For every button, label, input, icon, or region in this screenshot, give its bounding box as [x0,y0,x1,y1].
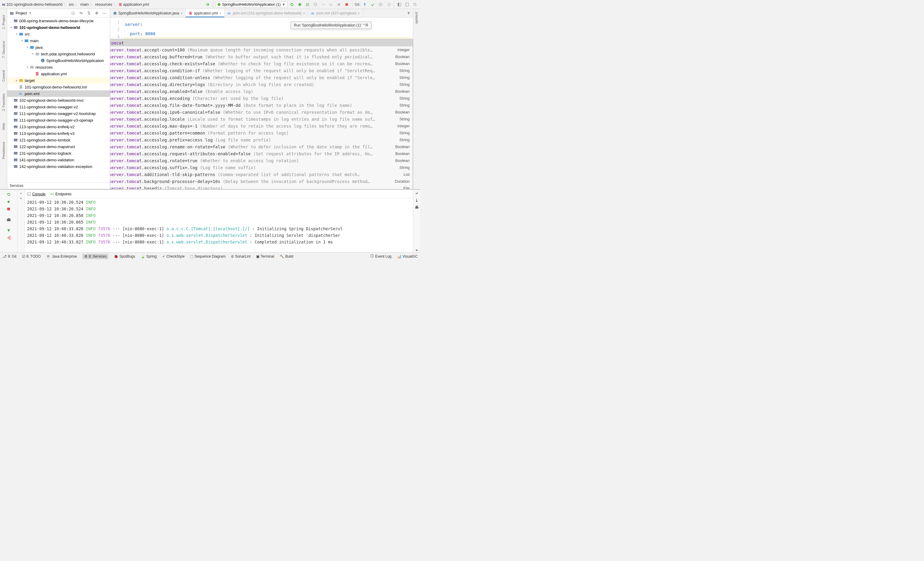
tree-row[interactable]: CSpringBootHelloWorldApplication [7,57,110,64]
completion-item[interactable]: pserver.tomcat.accesslog.condition-unles… [110,74,412,81]
expand-icon[interactable]: ⇆ [78,10,84,16]
status-item[interactable]: ✓CheckStyle [162,254,185,258]
completion-item[interactable]: pserver.tomcat.accesslog.pattern=common … [110,129,412,136]
tree-row[interactable]: 111-springboot-demo-swagger-v3-openapi [7,117,110,123]
completion-item[interactable]: pserver.tomcat.accesslog.max-days=-1 (Nu… [110,123,412,129]
completion-item[interactable]: pserver.tomcat.accesslog.buffered=true (… [110,53,412,60]
settings-icon[interactable]: ✻ [94,10,100,16]
scroll-end-icon[interactable]: ⤓ [415,198,418,202]
tree-row[interactable]: ▾tech.pdai.springboot.helloworld [7,51,110,57]
attach-icon[interactable] [328,1,334,8]
completion-item[interactable]: pserver.tomcat.accesslog.ipv6-canonical=… [110,109,412,116]
completion-item[interactable]: pserver.tomcat.additional-tld-skip-patte… [110,171,412,178]
rollback-icon[interactable] [385,1,392,8]
project-tree[interactable]: 008-spring-framework-demo-bean-lifecycle… [7,18,110,182]
tree-row[interactable]: 121-springboot-demo-lombok [7,136,110,143]
completion-item[interactable]: pserver.tomcat.accesslog.encoding (Chara… [110,95,412,102]
history-icon[interactable] [377,1,384,8]
print-icon[interactable]: 🖶 [415,205,418,210]
more-icon[interactable]: » [416,248,418,252]
collapse-icon[interactable]: ⇅ [86,10,92,16]
breadcrumb-item[interactable]: src [69,2,74,7]
completion-item[interactable]: pserver.tomcat.accesslog.check-exists=fa… [110,60,412,67]
tabs-more[interactable]: ▼ [404,11,413,15]
soft-wrap-icon[interactable]: ⤶ [415,191,418,196]
completion-item[interactable]: pserver.tomcat.accesslog.condition-if (W… [110,67,412,74]
gutter-tab[interactable]: Persistence [2,142,5,159]
tree-row[interactable]: ▾main [7,38,110,44]
editor-tab[interactable]: mpom.xml (427-springboot× [308,9,363,17]
search-icon[interactable] [412,1,418,8]
breadcrumb-item[interactable]: resources [95,2,112,7]
status-item[interactable]: 📊VisualGC [397,254,418,258]
jclasslib-tab[interactable]: jclasslib [415,12,418,24]
completion-item[interactable]: pserver.tomcat.accesslog.request-attribu… [110,150,412,157]
breadcrumb-item[interactable]: application.yml [118,2,149,7]
completion-item[interactable]: pserver.tomcat.accept-count=100 (Maximum… [110,46,412,53]
tree-row[interactable]: 141-springboot-demo-validation [7,156,110,163]
tree-row[interactable]: ▾src [7,31,110,38]
tree-row[interactable]: 102-springboot-demo-helloworld-mvc [7,97,110,104]
status-item[interactable]: ▣Terminal [256,254,274,258]
tree-row[interactable]: 131-springboot-demo-logback [7,150,110,156]
breadcrumb-item[interactable]: main [80,2,89,7]
svc-stop-icon[interactable] [5,206,12,212]
completion-popup[interactable]: ptomcatpserver.tomcat.accept-count=100 (… [110,39,413,189]
completion-item[interactable]: ptomcat [110,39,412,46]
status-item[interactable]: ☑6: TODO [22,254,41,258]
debug-icon[interactable] [297,1,303,8]
status-item[interactable]: 🍃Spring [141,254,157,258]
tree-row[interactable]: mpom.xml [7,90,110,97]
gutter-tab[interactable]: 1: Project [2,15,5,29]
status-item[interactable]: ⓘEvent Log [370,254,391,259]
tree-row[interactable]: 113-springboot-demo-knife4j-v2 [7,123,110,130]
completion-item[interactable]: pserver.tomcat.accesslog.suffix=.log (Lo… [110,164,412,171]
more-run-icon[interactable]: ⋯ [320,1,327,8]
tree-row[interactable]: ▾resources [7,64,110,70]
editor-tab[interactable]: application.yml× [186,9,225,17]
completion-item[interactable]: pserver.tomcat.accesslog.prefix=access_l… [110,136,412,143]
run-config-dropdown[interactable]: SpringBootHelloWorldApplication (1) ▼ [215,2,287,8]
editor-tab[interactable]: CSpringBootHelloWorldApplication.java× [110,9,186,17]
coverage-icon[interactable] [304,1,311,8]
profile-icon[interactable] [312,1,319,8]
stop2-icon[interactable] [336,1,342,8]
completion-item[interactable]: pserver.tomcat.accesslog.locale (Locale … [110,116,412,123]
console-tab[interactable]: Console [27,192,45,196]
editor-body[interactable]: 123 server: port: 8080 tomca ptomcatpser… [110,18,413,189]
tree-row[interactable]: 111-springboot-demo-swagger-v2 [7,104,110,110]
status-item[interactable]: ⬚Sequence Diagram [190,254,225,258]
stop-icon[interactable] [344,1,350,8]
completion-item[interactable]: pserver.tomcat.accesslog.enabled=false (… [110,88,412,95]
commit-icon[interactable] [369,1,376,8]
tree-row[interactable]: 008-spring-framework-demo-bean-lifecycle [7,18,110,24]
status-item[interactable]: ☕Java Enterprise [46,254,77,258]
completion-item[interactable]: pserver.tomcat.accesslog.file-date-forma… [110,102,412,109]
svc-filter-icon[interactable] [5,227,12,234]
completion-item[interactable]: pserver.tomcat.accesslog.rename-on-rotat… [110,143,412,150]
locate-icon[interactable] [70,10,76,16]
svc-debug-icon[interactable] [5,198,12,205]
status-item[interactable]: ⎇9: Git [2,254,16,258]
endpoints-tab[interactable]: Endpoints [50,192,71,196]
svc-exit-icon[interactable] [5,234,12,241]
tree-row[interactable]: 111-springboot-demo-swagger-v2-bootstrap [7,110,110,117]
svc-camera-icon[interactable] [5,216,12,223]
gutter-tab[interactable]: Web [2,123,5,130]
completion-item[interactable]: pserver.tomcat.accesslog.rotate=true (Wh… [110,157,412,164]
build-icon[interactable] [204,1,211,8]
tree-row[interactable]: application.yml [7,70,110,77]
hide-icon[interactable]: — [101,10,108,16]
completion-item[interactable]: pserver.tomcat.background-processor-dela… [110,178,412,185]
completion-item[interactable]: pserver.tomcat.basedir (Tomcat base dire… [110,185,412,189]
tree-row[interactable]: ▾java [7,44,110,51]
tree-row[interactable]: 122-springboot-demo-mapstruct [7,143,110,150]
editor-tab[interactable]: mpom.xml (101-springboot-demo-helloworld… [225,9,308,17]
gutter-tab[interactable]: 2: Favorites [2,94,5,111]
console-output[interactable]: 2021-09-12 10:36:20.524 INFO2021-09-12 1… [25,198,413,252]
status-item[interactable]: 🔨Build [280,254,294,258]
update-icon[interactable] [362,1,368,8]
tw2-icon[interactable] [404,1,411,8]
status-item[interactable]: ⊘SonarLint [231,254,250,258]
tree-row[interactable]: ▸target [7,77,110,84]
